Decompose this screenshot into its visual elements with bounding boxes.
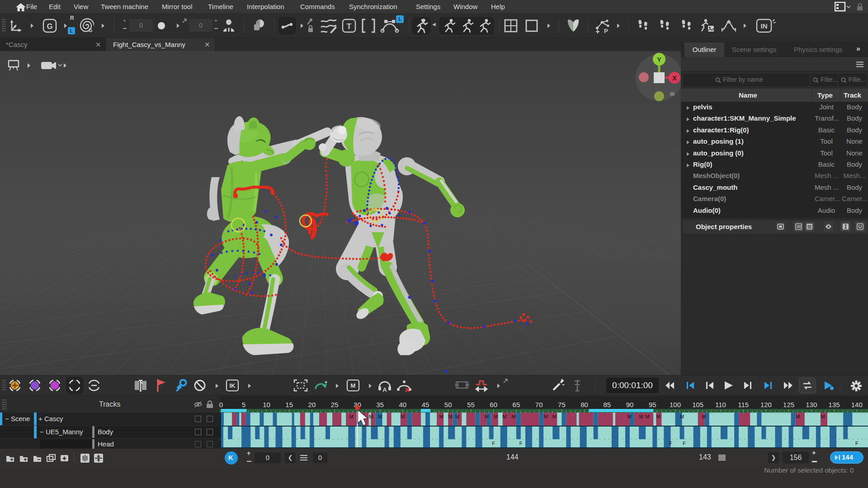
- svg-text:P: P: [604, 28, 608, 33]
- svg-text:G: G: [89, 28, 93, 33]
- svg-text:60: 60: [490, 401, 497, 408]
- svg-text:35: 35: [376, 401, 384, 408]
- svg-text:135: 135: [829, 401, 840, 408]
- svg-text:M: M: [502, 414, 506, 419]
- svg-text:110: 110: [715, 401, 726, 408]
- svg-text:M: M: [439, 414, 443, 419]
- svg-text:140: 140: [851, 401, 863, 408]
- svg-text:M: M: [796, 414, 800, 419]
- svg-text:90: 90: [626, 401, 634, 408]
- svg-text:M: M: [639, 414, 643, 419]
- svg-text:10: 10: [263, 401, 270, 408]
- svg-text:F: F: [492, 441, 495, 446]
- svg-text:Y: Y: [657, 56, 661, 63]
- svg-text:M: M: [821, 414, 825, 419]
- svg-text:M: M: [627, 414, 631, 419]
- svg-text:F: F: [683, 441, 686, 446]
- svg-text:M: M: [485, 414, 489, 419]
- svg-text:105: 105: [692, 401, 703, 408]
- svg-text:20: 20: [308, 401, 316, 408]
- svg-text:X: X: [672, 74, 677, 82]
- svg-text:25: 25: [331, 401, 339, 408]
- svg-text:70: 70: [535, 401, 543, 408]
- svg-text:40: 40: [399, 401, 406, 408]
- svg-text:M: M: [494, 414, 498, 419]
- svg-text:M: M: [656, 414, 660, 419]
- svg-text:M: M: [401, 414, 405, 419]
- svg-text:M: M: [544, 414, 548, 419]
- svg-text:100: 100: [670, 401, 681, 408]
- svg-text:120: 120: [760, 401, 772, 408]
- svg-text:IN: IN: [761, 22, 768, 30]
- svg-text:M: M: [455, 414, 459, 419]
- svg-text:M: M: [369, 414, 373, 419]
- svg-text:F: F: [519, 441, 523, 446]
- svg-text:85: 85: [603, 401, 611, 408]
- svg-text:A: A: [382, 386, 387, 393]
- svg-text:G: G: [47, 22, 52, 31]
- svg-text:55: 55: [467, 401, 475, 408]
- svg-text:T: T: [347, 22, 352, 31]
- svg-text:75: 75: [558, 401, 566, 408]
- svg-text:95: 95: [649, 401, 656, 408]
- svg-text:F: F: [855, 441, 859, 446]
- svg-text:M: M: [378, 414, 382, 419]
- svg-text:M: M: [511, 414, 515, 419]
- svg-text:45: 45: [422, 401, 429, 408]
- svg-text:IK: IK: [230, 382, 236, 389]
- svg-text:M: M: [351, 382, 356, 389]
- svg-text:M: M: [680, 414, 684, 419]
- svg-text:F: F: [669, 441, 672, 446]
- svg-text:M: M: [552, 414, 557, 419]
- svg-text:65: 65: [513, 401, 520, 408]
- svg-text:M: M: [702, 414, 706, 419]
- svg-text:M: M: [646, 414, 650, 419]
- svg-text:15: 15: [285, 401, 293, 408]
- svg-text:50: 50: [444, 401, 452, 408]
- svg-text:80: 80: [580, 401, 588, 408]
- svg-text:M: M: [349, 414, 354, 419]
- svg-text:0: 0: [219, 401, 223, 408]
- svg-text:130: 130: [806, 401, 817, 408]
- svg-text:115: 115: [738, 401, 749, 408]
- svg-text:125: 125: [783, 401, 794, 408]
- svg-text:5: 5: [242, 401, 245, 408]
- svg-text:M: M: [448, 414, 453, 419]
